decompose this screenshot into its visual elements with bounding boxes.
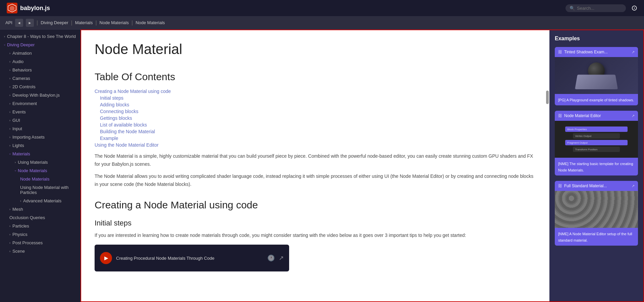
video-logo-icon: ▶ bbox=[100, 252, 112, 264]
sidebar-item-cameras[interactable]: Cameras bbox=[0, 74, 80, 83]
example-link-nme: ⛓ Node Material Editor bbox=[558, 113, 601, 118]
example-card-nme[interactable]: ⛓ Node Material Editor ↗ Block Propertie… bbox=[555, 111, 638, 175]
right-sidebar: Examples ⛓ Tinted Shadows Exam... ↗ bbox=[549, 30, 643, 301]
page-title: Node Material bbox=[95, 41, 536, 58]
sidebar-item-animation[interactable]: Animation bbox=[0, 49, 80, 57]
toc-link-gettings[interactable]: Gettings blocks bbox=[95, 115, 536, 121]
sidebar-item-input[interactable]: Input bbox=[0, 124, 80, 133]
sidebar-label-importing: Importing Assets bbox=[12, 135, 45, 140]
sidebar-label-post-processes: Post Processes bbox=[12, 240, 43, 245]
sub-section-initial-text: If you are interested in learning how to… bbox=[95, 232, 536, 240]
nme-editor-preview: Block Properties Vertex Output Fragment … bbox=[555, 121, 638, 158]
logo-area[interactable]: babylon.js bbox=[7, 3, 50, 13]
breadcrumb-node-materials-1[interactable]: Node Materials bbox=[100, 20, 129, 25]
sidebar-item-materials[interactable]: Materials bbox=[0, 150, 80, 158]
main-content: Node Material Table Of Contents Creating… bbox=[81, 30, 549, 301]
content-wrapper: Node Material Table Of Contents Creating… bbox=[80, 30, 644, 302]
video-clock-icon: 🕐 bbox=[267, 254, 275, 262]
sidebar-item-occlusion[interactable]: Occlusion Queries bbox=[0, 213, 80, 222]
sidebar-item-using-materials[interactable]: Using Materials bbox=[0, 158, 80, 166]
search-box[interactable]: 🔍 bbox=[566, 4, 626, 12]
breadcrumb-separator-4: | bbox=[131, 20, 133, 26]
sidebar-arrow-node-materials bbox=[15, 169, 16, 172]
left-sidebar: Chapter 8 - Ways to See The World Diving… bbox=[0, 30, 80, 302]
sidebar-arrow-post-processes bbox=[9, 241, 10, 245]
toc-link-connecting[interactable]: Connecting blocks bbox=[95, 108, 536, 115]
sidebar-item-events[interactable]: Events bbox=[0, 108, 80, 116]
toc-link-example[interactable]: Example bbox=[95, 135, 536, 142]
example-caption-nme: [NME] The starting basic template for cr… bbox=[555, 158, 638, 175]
example-thumbnail-tinted bbox=[555, 57, 638, 94]
sub-section-initial: Initial steps bbox=[95, 219, 536, 228]
sidebar-item-behaviors[interactable]: Behaviors bbox=[0, 66, 80, 74]
external-link-icon-nme: ↗ bbox=[632, 114, 635, 118]
breadcrumb-diving-deeper[interactable]: Diving Deeper bbox=[41, 20, 68, 25]
sidebar-arrow-materials bbox=[9, 152, 10, 156]
breadcrumb-separator-1: | bbox=[37, 20, 38, 26]
sidebar-item-node-materials-current[interactable]: Node Materials bbox=[0, 175, 80, 183]
scroll-handle[interactable] bbox=[546, 91, 549, 104]
top-navigation: babylon.js 🔍 ⊙ bbox=[0, 0, 644, 16]
sidebar-label-audio: Audio bbox=[12, 59, 23, 64]
toc-link-building[interactable]: Building the Node Material bbox=[95, 128, 536, 135]
example-card-tinted-shadows[interactable]: ⛓ Tinted Shadows Exam... ↗ [PG] A Playgr… bbox=[555, 47, 638, 105]
sidebar-arrow-particles bbox=[9, 224, 10, 228]
sidebar-label-node-materials-parent: Node Materials bbox=[18, 168, 47, 173]
sidebar-arrow-diving-deeper bbox=[4, 43, 5, 47]
sidebar-item-chapter8[interactable]: Chapter 8 - Ways to See The World bbox=[0, 32, 80, 41]
toc-link-list-blocks[interactable]: List of available blocks bbox=[95, 121, 536, 128]
sidebar-item-physics[interactable]: Physics bbox=[0, 230, 80, 239]
example-caption-text-full: [NME] A Node Material Editor setup of th… bbox=[558, 232, 632, 242]
sidebar-item-mesh[interactable]: Mesh bbox=[0, 205, 80, 213]
sidebar-item-scene[interactable]: Scene bbox=[0, 247, 80, 255]
breadcrumb-api[interactable]: API bbox=[5, 20, 12, 25]
sidebar-label-scene: Scene bbox=[12, 249, 25, 254]
sidebar-item-lights[interactable]: Lights bbox=[0, 141, 80, 150]
sidebar-item-using-node-particles[interactable]: Using Node Material with Particles bbox=[0, 183, 80, 197]
sidebar-label-gui: GUI bbox=[12, 118, 20, 123]
breadcrumb-node-materials-2[interactable]: Node Materials bbox=[136, 20, 165, 25]
example-header-nme[interactable]: ⛓ Node Material Editor ↗ bbox=[555, 111, 638, 121]
link-icon-full: ⛓ bbox=[558, 184, 562, 188]
sidebar-item-importing[interactable]: Importing Assets bbox=[0, 133, 80, 141]
breadcrumb-back-button[interactable]: ◄ bbox=[15, 19, 23, 27]
toc-link-creating[interactable]: Creating a Node Material using code bbox=[95, 88, 536, 95]
sidebar-item-node-materials-parent[interactable]: Node Materials bbox=[0, 166, 80, 175]
sidebar-label-develop: Develop With Babylon.js bbox=[12, 93, 60, 98]
breadcrumb-forward-button[interactable]: ► bbox=[26, 19, 34, 27]
sidebar-item-post-processes[interactable]: Post Processes bbox=[0, 239, 80, 247]
breadcrumb-materials[interactable]: Materials bbox=[75, 20, 93, 25]
example-title-nme: Node Material Editor bbox=[564, 113, 601, 118]
sidebar-arrow-scene bbox=[9, 250, 10, 253]
github-icon[interactable]: ⊙ bbox=[631, 4, 637, 12]
sidebar-label-diving-deeper: Diving Deeper bbox=[7, 42, 35, 47]
search-input[interactable] bbox=[577, 6, 617, 11]
sidebar-label-materials: Materials bbox=[12, 151, 30, 156]
toc-link-editor[interactable]: Using the Node Material Editor bbox=[95, 142, 536, 148]
example-caption-text-tinted: [PG] A Playground example of tinted shad… bbox=[558, 98, 634, 102]
sidebar-item-advanced-materials[interactable]: Advanced Materials bbox=[0, 197, 80, 205]
sidebar-item-2d-controls[interactable]: 2D Controls bbox=[0, 83, 80, 91]
sidebar-item-environment[interactable]: Environment bbox=[0, 99, 80, 108]
toc-link-adding[interactable]: Adding blocks bbox=[95, 101, 536, 108]
example-thumbnail-nme: Block Properties Vertex Output Fragment … bbox=[555, 121, 638, 158]
external-link-icon-full: ↗ bbox=[632, 184, 635, 188]
sidebar-label-lights: Lights bbox=[12, 143, 24, 148]
toc-link-initial[interactable]: Initial steps bbox=[95, 95, 536, 101]
sidebar-label-events: Events bbox=[12, 109, 26, 114]
breadcrumb-bar: API ◄ ► | Diving Deeper | Materials | No… bbox=[0, 16, 644, 30]
example-header-tinted[interactable]: ⛓ Tinted Shadows Exam... ↗ bbox=[555, 47, 638, 57]
sidebar-item-audio[interactable]: Audio bbox=[0, 57, 80, 66]
example-header-full[interactable]: ⛓ Full Standard Material... ↗ bbox=[555, 181, 638, 191]
example-link-full: ⛓ Full Standard Material... bbox=[558, 184, 607, 188]
breadcrumb-separator-2: | bbox=[71, 20, 72, 26]
example-card-full-standard[interactable]: ⛓ Full Standard Material... ↗ [NME] A No… bbox=[555, 181, 638, 246]
sidebar-item-diving-deeper[interactable]: Diving Deeper bbox=[0, 41, 80, 49]
sidebar-item-develop[interactable]: Develop With Babylon.js bbox=[0, 91, 80, 99]
example-caption-tinted: [PG] A Playground example of tinted shad… bbox=[555, 94, 638, 105]
metal-texture-pattern bbox=[555, 191, 638, 228]
external-link-icon-tinted: ↗ bbox=[632, 50, 635, 54]
video-container[interactable]: ▶ Creating Procedural Node Materials Thr… bbox=[95, 245, 289, 271]
sidebar-item-particles[interactable]: Particles bbox=[0, 222, 80, 230]
sidebar-item-gui[interactable]: GUI bbox=[0, 116, 80, 124]
